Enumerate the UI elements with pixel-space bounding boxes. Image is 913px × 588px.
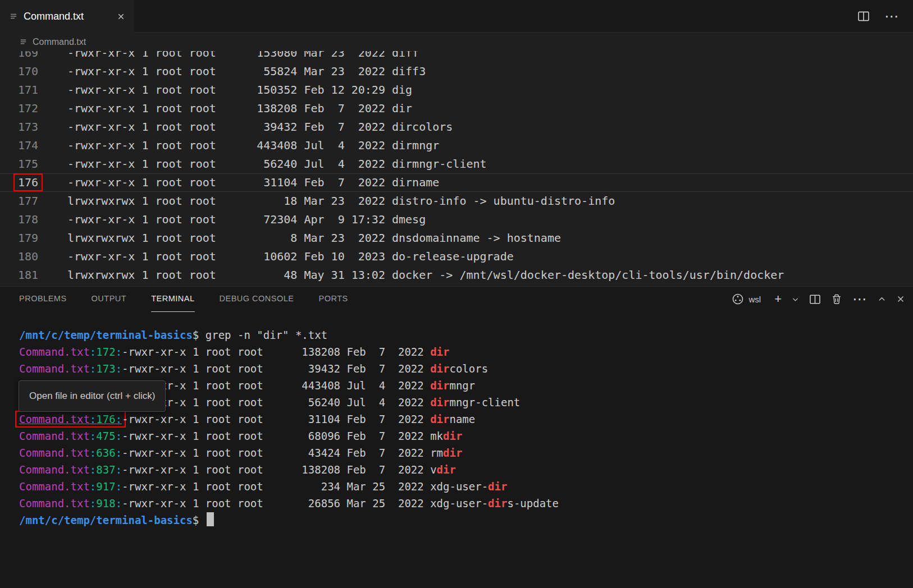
grep-line-body: -rwxr-xr-x 1 root root 56240 Jul 4 2022	[122, 396, 430, 408]
tab-command-txt[interactable]: Command.txt	[0, 0, 134, 33]
grep-line-body: -rwxr-xr-x 1 root root 138208 Feb 7 2022	[122, 346, 430, 358]
grep-file-link[interactable]: Command.txt:917:	[19, 480, 122, 493]
editor-line[interactable]: 169-rwxr-xr-x 1 root root 153080 Mar 23 …	[0, 51, 913, 62]
editor-line-text: -rwxr-xr-x 1 root root 138208 Feb 7 2022…	[51, 99, 412, 118]
grep-filename: Command.txt	[19, 447, 90, 459]
grep-filename: Command.txt	[19, 497, 90, 509]
panel-tab-debug-console[interactable]: DEBUG CONSOLE	[220, 286, 294, 312]
line-number: 173	[0, 118, 51, 136]
chevron-up-icon[interactable]	[878, 295, 886, 304]
editor-line[interactable]: 174-rwxr-xr-x 1 root root 443408 Jul 4 2…	[0, 136, 913, 155]
editor-line[interactable]: 170-rwxr-xr-x 1 root root 55824 Mar 23 2…	[0, 62, 913, 81]
grep-filename: Command.txt	[19, 346, 90, 358]
grep-line-body: -rwxr-xr-x 1 root root 234 Mar 25 2022 x…	[122, 480, 488, 493]
panel-tab-output[interactable]: OUTPUT	[92, 286, 127, 312]
text-file-icon	[9, 12, 18, 21]
grep-match: dir	[430, 346, 449, 358]
grep-separator: :	[90, 480, 96, 493]
editor-tab-bar: Command.txt ⋯	[0, 0, 913, 33]
line-number-text: 170	[18, 65, 38, 78]
line-number: 169	[0, 51, 51, 62]
breadcrumb-item-file[interactable]: Command.txt	[33, 37, 86, 47]
grep-line-body: -rwxr-xr-x 1 root root 31104 Feb 7 2022	[122, 413, 430, 425]
split-terminal-icon[interactable]	[809, 293, 821, 305]
grep-result-line: Command.txt:837:-rwxr-xr-x 1 root root 1…	[19, 461, 913, 478]
grep-file-link[interactable]: Command.txt:475:	[19, 430, 122, 442]
close-icon[interactable]	[117, 12, 125, 21]
terminal-cursor[interactable]	[207, 512, 214, 526]
grep-filename: Command.txt	[19, 413, 90, 425]
editor-line-text: -rwxr-xr-x 1 root root 443408 Jul 4 2022…	[51, 136, 439, 155]
grep-line-body: mngr	[449, 379, 475, 392]
grep-line-body: -rwxr-xr-x 1 root root 43424 Feb 7 2022 …	[122, 447, 443, 459]
line-number: 170	[0, 62, 51, 81]
editor-line[interactable]: 173-rwxr-xr-x 1 root root 39432 Feb 7 20…	[0, 118, 913, 136]
link-tooltip: Open file in editor (ctrl + click)	[19, 380, 166, 412]
editor-line[interactable]: 176-rwxr-xr-x 1 root root 31104 Feb 7 20…	[0, 173, 913, 192]
editor-line-text: lrwxrwxrwx 1 root root 48 May 31 13:02 d…	[51, 266, 784, 284]
panel-actions: wsl + ⋯	[732, 286, 905, 312]
grep-line-body: -rwxr-xr-x 1 root root 68096 Feb 7 2022 …	[122, 430, 443, 442]
grep-separator: :	[116, 447, 122, 459]
grep-file-link[interactable]: Command.txt:173:	[19, 362, 122, 375]
grep-file-link[interactable]: Command.txt:172:	[19, 346, 122, 358]
grep-file-link[interactable]: Command.txt:176:	[15, 411, 126, 428]
editor-line-text: -rwxr-xr-x 1 root root 31104 Feb 7 2022 …	[51, 173, 439, 192]
grep-line-body: mngr-client	[449, 396, 520, 408]
grep-file-link[interactable]: Command.txt:636:	[19, 447, 122, 459]
grep-line-number: 176	[96, 413, 115, 425]
editor-line[interactable]: 178-rwxr-xr-x 1 root root 72304 Apr 9 17…	[0, 210, 913, 229]
editor-line[interactable]: 177lrwxrwxrwx 1 root root 18 Mar 23 2022…	[0, 192, 913, 210]
line-number-text: 180	[18, 250, 38, 263]
grep-match: dir	[430, 362, 449, 375]
terminal[interactable]: /mnt/c/temp/terminal-basics$ grep -n "di…	[0, 312, 913, 588]
grep-separator: :	[90, 413, 96, 425]
grep-separator: :	[116, 497, 122, 509]
chevron-down-icon[interactable]	[792, 296, 799, 303]
editor-line[interactable]: 179lrwxrwxrwx 1 root root 8 Mar 23 2022 …	[0, 229, 913, 247]
editor-line[interactable]: 175-rwxr-xr-x 1 root root 56240 Jul 4 20…	[0, 155, 913, 173]
terminal-prompt-line[interactable]: /mnt/c/temp/terminal-basics$	[19, 512, 913, 529]
more-actions-icon[interactable]: ⋯	[852, 292, 868, 306]
line-number-text: 171	[18, 83, 38, 97]
editor-line-text: -rwxr-xr-x 1 root root 55824 Mar 23 2022…	[51, 62, 426, 81]
grep-filename: Command.txt	[19, 362, 90, 375]
grep-line-body: -rwxr-xr-x 1 root root 443408 Jul 4 2022	[122, 379, 430, 392]
grep-separator: :	[116, 463, 122, 476]
line-number-text: 172	[18, 102, 38, 115]
editor-line[interactable]: 172-rwxr-xr-x 1 root root 138208 Feb 7 2…	[0, 99, 913, 118]
grep-result-line: Command.txt:173:-rwxr-xr-x 1 root root 3…	[19, 360, 913, 377]
bottom-panel: PROBLEMS OUTPUT TERMINAL DEBUG CONSOLE P…	[0, 286, 913, 588]
line-number: 171	[0, 81, 51, 99]
close-icon[interactable]	[896, 295, 905, 304]
terminal-profile-label[interactable]: wsl	[748, 295, 761, 304]
trash-icon[interactable]	[831, 293, 842, 305]
vscode-window: Command.txt ⋯ Command.txt 169-rwxr-xr-x …	[0, 0, 913, 588]
editor[interactable]: 169-rwxr-xr-x 1 root root 153080 Mar 23 …	[0, 51, 913, 286]
grep-file-link[interactable]: Command.txt:837:	[19, 463, 122, 476]
editor-line[interactable]: 180-rwxr-xr-x 1 root root 10602 Feb 10 2…	[0, 247, 913, 266]
panel-tab-problems[interactable]: PROBLEMS	[19, 286, 67, 312]
text-file-icon	[19, 38, 28, 46]
new-terminal-icon[interactable]: +	[774, 293, 782, 305]
grep-match: dir	[488, 497, 507, 509]
split-editor-icon[interactable]	[857, 10, 870, 22]
grep-file-link[interactable]: Command.txt:918:	[19, 497, 122, 509]
editor-line[interactable]: 181lrwxrwxrwx 1 root root 48 May 31 13:0…	[0, 266, 913, 284]
grep-line-body: s-update	[507, 497, 559, 509]
grep-separator: :	[90, 346, 96, 358]
breadcrumb[interactable]: Command.txt	[0, 33, 913, 51]
line-number: 175	[0, 155, 51, 173]
grep-match: dir	[437, 463, 456, 476]
editor-line[interactable]: 171-rwxr-xr-x 1 root root 150352 Feb 12 …	[0, 81, 913, 99]
more-actions-icon[interactable]: ⋯	[884, 9, 900, 24]
line-number-text: 181	[18, 268, 38, 282]
line-number: 179	[0, 229, 51, 247]
panel-tab-ports[interactable]: PORTS	[319, 286, 348, 312]
line-number-text: 169	[18, 51, 38, 59]
prompt-symbol: $	[193, 514, 199, 526]
grep-line-number: 173	[96, 362, 115, 375]
panel-tab-terminal[interactable]: TERMINAL	[151, 286, 194, 312]
grep-line-number: 917	[96, 480, 115, 493]
terminal-results: Command.txt:172:-rwxr-xr-x 1 root root 1…	[19, 343, 913, 512]
